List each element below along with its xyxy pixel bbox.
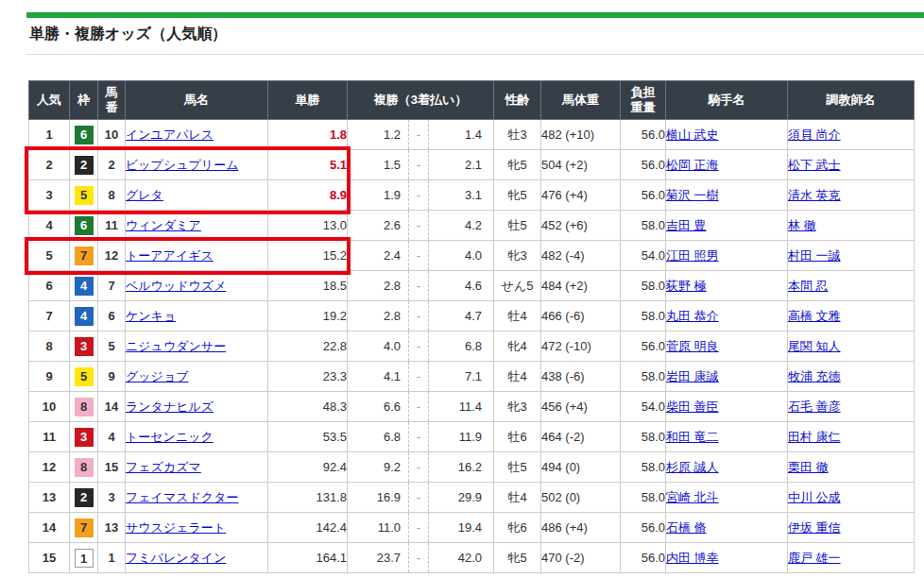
trainer-link[interactable]: 田村 康仁 [788,430,841,444]
trainer-link[interactable]: 牧浦 充徳 [788,369,841,383]
place-odds-low: 1.5 [348,158,408,172]
place-odds-high: 11.9 [429,430,493,444]
odds-table-body: 1 6 10 インユアパレス 1.8 1.2 - 1.4 牡3 482 (+10… [29,120,915,573]
trainer-link[interactable]: 鹿戸 雄一 [788,551,841,565]
trainer-link[interactable]: 石毛 善彦 [788,400,841,414]
trainer-link[interactable]: 尾関 知人 [788,339,841,353]
jockey-link[interactable]: 内田 博幸 [666,551,719,565]
odds-page: 単勝・複勝オッズ（人気順） 人気 枠 馬番 馬名 単勝 複勝（3着払い） 性齢 … [0,0,924,578]
jockey-cell: 石橋 脩 [666,513,788,543]
sex-age-cell: 牡4 [494,301,541,332]
horse-name-link[interactable]: フミバレンタイン [126,551,226,565]
place-odds-high: 1.4 [429,128,493,142]
place-odds-low: 11.0 [348,520,408,535]
jockey-link[interactable]: 丸田 恭介 [666,309,719,323]
horse-name-link[interactable]: トーセンニック [126,430,214,444]
trainer-link[interactable]: 村田 一誠 [788,248,841,263]
horse-name-link[interactable]: ウィンダミア [126,218,201,232]
win-odds-cell: 19.2 [268,301,348,332]
trainer-link[interactable]: 高橋 文雅 [788,309,841,323]
place-odds-high: 29.9 [429,490,493,504]
jockey-cell: 内田 博幸 [666,543,788,573]
table-row: 9 5 9 グッジョブ 23.3 4.1 - 7.1 牡4 438 (-6) 5… [29,362,915,392]
header-number: 馬番 [98,81,126,120]
trainer-link[interactable]: 清水 英克 [788,188,841,202]
jockey-link[interactable]: 横山 武史 [666,128,719,142]
horse-number-cell: 13 [98,513,126,543]
table-row: 6 4 7 ベルウッドウズメ 18.5 2.8 - 4.6 せん5 484 (+… [29,271,915,301]
jockey-link[interactable]: 和田 竜二 [666,430,719,444]
jockey-link[interactable]: 松岡 正海 [666,158,719,172]
trainer-link[interactable]: 松下 武士 [788,158,841,172]
horse-name-link[interactable]: グッジョブ [126,369,189,383]
horse-name-link[interactable]: ニジュウダンサー [126,339,226,353]
place-odds-cell: 1.5 - 2.1 [348,150,494,180]
sex-age-cell: 牡3 [494,120,541,150]
jockey-cell: 横山 武史 [666,120,788,150]
win-odds-value: 1.8 [330,128,347,142]
jockey-link[interactable]: 菊沢 一樹 [666,188,719,202]
horse-name-link[interactable]: グレタ [126,188,163,202]
place-odds-separator: - [408,150,429,179]
horse-name-link[interactable]: フェズカズマ [126,460,201,474]
jockey-link[interactable]: 杉原 誠人 [666,460,719,474]
frame-cell: 3 [70,422,98,452]
horse-number-cell: 6 [98,301,126,332]
frame-cell: 5 [70,362,98,392]
jockey-link[interactable]: 石橋 脩 [666,520,707,535]
trainer-link[interactable]: 須貝 尚介 [788,128,841,142]
horse-number-cell: 10 [98,120,126,150]
place-odds-cell: 1.9 - 3.1 [348,180,494,211]
place-odds-separator: - [408,180,429,210]
horse-name-link[interactable]: ビップシュプリーム [126,158,238,172]
jockey-link[interactable]: 荻野 極 [666,279,707,293]
trainer-link[interactable]: 栗田 徹 [788,460,829,474]
horse-name-link[interactable]: サウスジェラート [126,520,226,535]
trainer-link[interactable]: 本間 忍 [788,279,829,293]
horse-number-cell: 7 [98,271,126,301]
horse-name-link[interactable]: ベルウッドウズメ [126,279,226,293]
win-odds-value: 48.3 [323,400,347,414]
weight-cell: 466 (-6) [541,301,621,332]
place-odds-high: 2.1 [429,158,493,172]
trainer-link[interactable]: 伊坂 重信 [788,520,841,535]
horse-name-cell: トーセンニック [126,422,268,452]
jockey-cell: 吉田 豊 [666,211,788,241]
horse-name-cell: ベルウッドウズメ [126,271,268,301]
load-weight-cell: 58.0 [621,211,666,241]
place-odds-low: 2.4 [348,248,408,263]
jockey-link[interactable]: 吉田 豊 [666,218,707,232]
frame-cell: 2 [70,483,98,513]
trainer-cell: 林 徹 [788,211,915,241]
jockey-link[interactable]: 柴田 善臣 [666,400,719,414]
trainer-link[interactable]: 中川 公成 [788,490,841,504]
load-weight-cell: 56.0 [621,180,666,211]
horse-name-cell: ケンキョ [126,301,268,332]
place-odds-cell: 6.6 - 11.4 [348,392,494,422]
jockey-link[interactable]: 江田 照男 [666,248,719,263]
jockey-link[interactable]: 宮崎 北斗 [666,490,719,504]
horse-name-link[interactable]: トーアアイギス [126,248,214,263]
place-odds-separator: - [408,271,429,300]
rank-cell: 7 [29,301,70,332]
frame-badge: 6 [75,126,94,144]
frame-badge: 8 [75,398,94,416]
horse-name-link[interactable]: フェイマスドクター [126,490,238,504]
win-odds-value: 5.1 [330,158,347,172]
win-odds-cell: 8.9 [268,180,348,211]
jockey-link[interactable]: 菅原 明良 [666,339,719,353]
horse-name-link[interactable]: インユアパレス [126,128,214,142]
jockey-link[interactable]: 岩田 康誠 [666,369,719,383]
horse-name-link[interactable]: ケンキョ [126,309,176,323]
trainer-link[interactable]: 林 徹 [788,218,816,232]
win-odds-cell: 1.8 [268,120,348,150]
load-weight-cell: 58.0 [621,301,666,332]
horse-name-cell: ビップシュプリーム [126,150,268,180]
trainer-cell: 鹿戸 雄一 [788,543,915,573]
weight-cell: 470 (-2) [541,543,621,573]
jockey-cell: 丸田 恭介 [666,301,788,332]
place-odds-low: 4.0 [348,339,408,353]
header-weight: 馬体重 [541,81,621,120]
horse-name-link[interactable]: ランタナヒルズ [126,400,214,414]
win-odds-cell: 53.5 [268,422,348,452]
